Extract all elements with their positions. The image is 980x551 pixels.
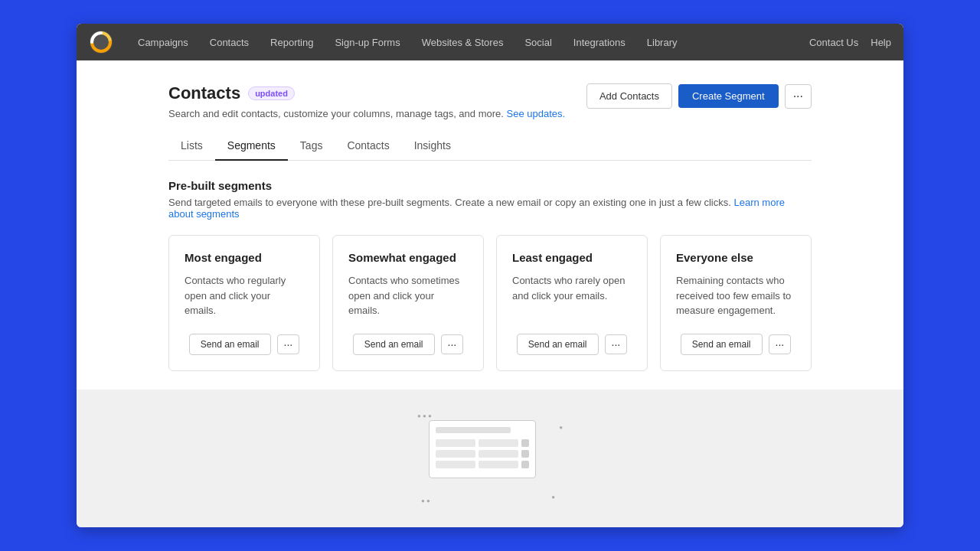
mockup-field-5 [436, 461, 475, 468]
segment-title-least-engaged: Least engaged [512, 251, 632, 264]
prebuilt-section-subtitle: Send targeted emails to everyone with th… [168, 197, 812, 220]
nav-signup-forms[interactable]: Sign-up Forms [325, 32, 409, 53]
tab-lists[interactable]: Lists [168, 132, 215, 161]
more-least-engaged[interactable]: ··· [605, 334, 628, 354]
decorative-dots-tr: ● [559, 424, 563, 431]
page-heading: Contacts [168, 83, 240, 103]
nav-help[interactable]: Help [871, 37, 891, 48]
mockup-title-bar [436, 427, 511, 433]
segment-desc-everyone-else: Remaining contacts who received too few … [676, 273, 795, 318]
create-segment-button[interactable]: Create Segment [678, 84, 779, 108]
nav-contact-us[interactable]: Contact Us [809, 37, 858, 48]
segment-desc-most-engaged: Contacts who regularly open and click yo… [185, 273, 304, 318]
see-updates-link[interactable]: See updates. [507, 108, 566, 119]
more-somewhat-engaged[interactable]: ··· [441, 334, 464, 354]
segment-card-somewhat-engaged: Somewhat engaged Contacts who sometimes … [332, 235, 484, 371]
mockup-x-2 [521, 450, 529, 458]
segment-actions-least-engaged: Send an email ··· [512, 334, 632, 355]
segment-builder-illustration: ● ● ● ● ● ● ● [429, 420, 551, 497]
mockup-row-2 [436, 450, 529, 458]
main-content: Contacts updated Search and edit contact… [77, 60, 903, 371]
header-actions: Add Contacts Create Segment ··· [586, 83, 812, 109]
page-title: Contacts updated [168, 83, 565, 103]
nav-contacts[interactable]: Contacts [201, 32, 258, 53]
segment-actions-most-engaged: Send an email ··· [185, 334, 304, 355]
bottom-section: ● ● ● ● ● ● ● [77, 390, 903, 527]
tab-insights[interactable]: Insights [402, 132, 463, 161]
nav-social[interactable]: Social [515, 32, 560, 53]
mockup-field-4 [479, 450, 518, 458]
tab-tags[interactable]: Tags [288, 132, 335, 161]
nav-right: Contact Us Help [809, 37, 891, 48]
segment-actions-somewhat-engaged: Send an email ··· [348, 334, 468, 355]
mockup-field-6 [479, 461, 518, 468]
send-email-most-engaged[interactable]: Send an email [189, 334, 271, 355]
updated-badge: updated [248, 86, 295, 100]
mockup-field-1 [436, 439, 475, 447]
tab-segments[interactable]: Segments [215, 132, 288, 161]
segment-title-everyone-else: Everyone else [676, 251, 795, 264]
prebuilt-section-title: Pre-built segments [168, 179, 812, 192]
app-logo[interactable] [89, 30, 113, 54]
segment-title-most-engaged: Most engaged [185, 251, 304, 264]
page-title-area: Contacts updated Search and edit contact… [168, 83, 565, 119]
page-subtitle: Search and edit contacts, customize your… [168, 108, 565, 119]
send-email-somewhat-engaged[interactable]: Send an email [353, 334, 435, 355]
mockup-x-3 [521, 461, 529, 468]
segments-grid: Most engaged Contacts who regularly open… [168, 235, 812, 371]
send-email-everyone-else[interactable]: Send an email [681, 334, 763, 355]
mockup-field-2 [479, 439, 518, 447]
segment-title-somewhat-engaged: Somewhat engaged [348, 251, 468, 264]
mockup-row-1 [436, 439, 529, 447]
segment-desc-somewhat-engaged: Contacts who sometimes open and click yo… [348, 273, 468, 318]
tab-contacts[interactable]: Contacts [335, 132, 401, 161]
decorative-dots-br: ● [551, 494, 555, 500]
page-header: Contacts updated Search and edit contact… [168, 83, 812, 119]
segment-actions-everyone-else: Send an email ··· [676, 334, 795, 355]
browser-window: Campaigns Contacts Reporting Sign-up For… [77, 24, 903, 527]
more-most-engaged[interactable]: ··· [277, 334, 300, 354]
top-nav: Campaigns Contacts Reporting Sign-up For… [77, 24, 903, 60]
decorative-dots-tl: ● ● ● [417, 412, 432, 419]
tabs: Lists Segments Tags Contacts Insights [168, 132, 812, 161]
segment-card-most-engaged: Most engaged Contacts who regularly open… [168, 235, 320, 371]
nav-reporting[interactable]: Reporting [261, 32, 322, 53]
segment-desc-least-engaged: Contacts who rarely open and click your … [512, 273, 632, 303]
decorative-dots-bl: ● ● [421, 497, 430, 504]
nav-integrations[interactable]: Integrations [564, 32, 635, 53]
nav-websites-stores[interactable]: Websites & Stores [413, 32, 513, 53]
mockup-field-3 [436, 450, 475, 458]
more-everyone-else[interactable]: ··· [769, 334, 792, 354]
segment-card-everyone-else: Everyone else Remaining contacts who rec… [660, 235, 812, 371]
mockup-window [429, 420, 536, 478]
nav-library[interactable]: Library [638, 32, 687, 53]
nav-campaigns[interactable]: Campaigns [129, 32, 198, 53]
mockup-row-3 [436, 461, 529, 468]
send-email-least-engaged[interactable]: Send an email [517, 334, 599, 355]
nav-links: Campaigns Contacts Reporting Sign-up For… [129, 32, 809, 53]
add-contacts-button[interactable]: Add Contacts [586, 83, 672, 109]
segment-card-least-engaged: Least engaged Contacts who rarely open a… [496, 235, 648, 371]
mockup-x-1 [521, 439, 529, 447]
more-options-button[interactable]: ··· [785, 84, 812, 109]
